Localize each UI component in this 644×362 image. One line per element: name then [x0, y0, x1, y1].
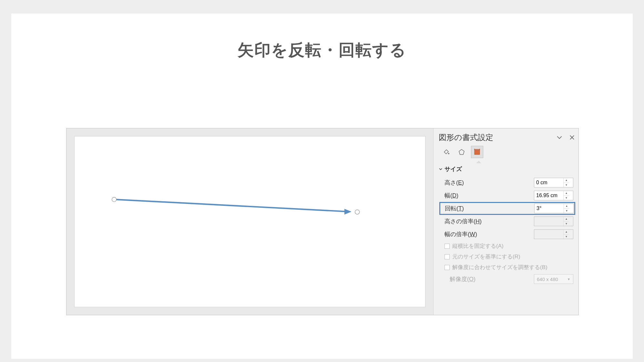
lock-aspect-checkbox[interactable]	[445, 244, 450, 249]
size-properties-tab[interactable]	[471, 146, 483, 158]
width-spin-down[interactable]: ▼	[564, 196, 569, 200]
rotation-spinner[interactable]: ▲ ▼	[534, 204, 574, 213]
tab-indicator	[439, 161, 575, 164]
collapse-panel-icon[interactable]	[557, 135, 562, 140]
panel-tab-row	[439, 146, 575, 158]
resolution-label: 解像度(O)	[450, 275, 475, 283]
height-spin-up[interactable]: ▲	[564, 178, 569, 183]
fill-line-tab[interactable]	[440, 146, 452, 158]
relative-original-row[interactable]: 元のサイズを基準にする(R)	[439, 251, 575, 262]
scale-width-label: 幅の倍率(W)	[445, 230, 477, 238]
section-label: サイズ	[445, 165, 462, 173]
pentagon-icon	[458, 148, 465, 156]
size-icon	[473, 148, 481, 156]
scale-width-input[interactable]	[534, 230, 563, 239]
canvas-region	[66, 128, 433, 315]
scale-height-spinner[interactable]: ▲ ▼	[534, 216, 573, 226]
arrow-shape[interactable]	[75, 136, 425, 307]
scale-height-spin-up[interactable]: ▲	[564, 217, 569, 222]
scale-width-spin-down[interactable]: ▼	[564, 235, 569, 239]
svg-point-2	[448, 153, 449, 154]
rotation-input[interactable]	[535, 204, 564, 213]
height-label: 高さ(E)	[445, 179, 464, 186]
best-scale-row[interactable]: 解像度に合わせてサイズを調整する(B)	[439, 262, 575, 273]
lock-aspect-row[interactable]: 縦横比を固定する(A)	[439, 241, 575, 251]
resolution-row: 解像度(O) 640 x 480 ▼	[439, 273, 575, 286]
scale-width-spinner[interactable]: ▲ ▼	[534, 229, 573, 239]
scale-height-label: 高さの倍率(H)	[445, 217, 482, 225]
width-spinner[interactable]: ▲ ▼	[534, 191, 573, 200]
scale-width-spin-up[interactable]: ▲	[564, 230, 569, 235]
height-spin-down[interactable]: ▼	[564, 183, 569, 187]
paint-bucket-icon	[442, 148, 450, 156]
end-handle[interactable]	[355, 210, 360, 214]
relative-original-label: 元のサイズを基準にする(R)	[452, 253, 520, 260]
format-shape-panel: 図形の書式設定	[433, 128, 578, 315]
width-input[interactable]	[534, 191, 563, 200]
arrow-head-icon	[344, 209, 352, 215]
rotation-spin-down[interactable]: ▼	[564, 209, 569, 213]
scale-height-input[interactable]	[534, 217, 563, 226]
lock-aspect-label: 縦横比を固定する(A)	[452, 242, 504, 250]
resolution-value: 640 x 480	[537, 277, 558, 282]
rotation-label: 回転(T)	[445, 205, 464, 212]
dropdown-caret-icon: ▼	[567, 277, 570, 281]
size-section-header[interactable]: サイズ	[439, 165, 575, 173]
best-scale-checkbox[interactable]	[445, 265, 450, 270]
width-spin-up[interactable]: ▲	[564, 191, 569, 196]
app-window: 図形の書式設定	[66, 128, 579, 315]
height-row: 高さ(E) ▲ ▼	[439, 176, 575, 189]
scale-width-row: 幅の倍率(W) ▲ ▼	[439, 228, 575, 241]
effects-tab[interactable]	[455, 146, 468, 158]
arrow-line[interactable]	[116, 199, 350, 212]
page-title: 矢印を反転・回転する	[11, 39, 633, 61]
drawing-canvas[interactable]	[74, 136, 425, 307]
resolution-dropdown[interactable]: 640 x 480 ▼	[534, 274, 573, 284]
height-input[interactable]	[534, 178, 563, 187]
relative-original-checkbox[interactable]	[445, 254, 450, 259]
scale-height-row: 高さの倍率(H) ▲ ▼	[439, 215, 575, 228]
close-panel-icon[interactable]	[569, 135, 575, 140]
chevron-down-icon	[439, 167, 443, 171]
start-handle[interactable]	[112, 197, 117, 202]
panel-title: 図形の書式設定	[439, 132, 493, 143]
best-scale-label: 解像度に合わせてサイズを調整する(B)	[452, 264, 547, 271]
rotation-spin-up[interactable]: ▲	[564, 204, 569, 209]
svg-marker-3	[459, 149, 464, 155]
rotation-row: 回転(T) ▲ ▼	[439, 202, 575, 215]
width-label: 幅(D)	[445, 192, 458, 199]
height-spinner[interactable]: ▲ ▼	[534, 178, 573, 187]
width-row: 幅(D) ▲ ▼	[439, 189, 575, 202]
svg-rect-4	[475, 150, 480, 155]
scale-height-spin-down[interactable]: ▼	[564, 222, 569, 226]
